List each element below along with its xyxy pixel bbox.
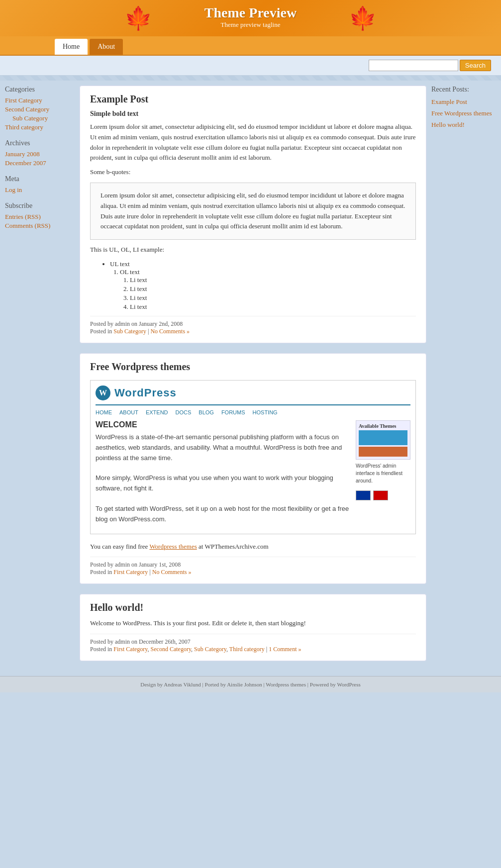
recent-post-link-2[interactable]: Free Wordpress themes [431, 109, 496, 118]
meta-section: Meta Log in [5, 175, 75, 194]
category-link-second[interactable]: Second Category [5, 105, 75, 114]
footer-text: Design by Andreas Viklund | Ported by Ai… [5, 681, 496, 687]
posted-in: Posted in First Category | No Comments » [90, 569, 416, 576]
list-item[interactable]: Example Post [431, 97, 496, 106]
site-footer: Design by Andreas Viklund | Ported by Ai… [0, 676, 501, 692]
navigation: Home About [0, 36, 501, 56]
recent-post-link-1[interactable]: Example Post [431, 97, 496, 106]
category-link-third[interactable]: Third category [5, 123, 75, 132]
rss-entries-link[interactable]: Entries (RSS) [5, 212, 75, 221]
flag-icon-2 [373, 490, 388, 500]
recent-post-link-3[interactable]: Hello world! [431, 120, 496, 129]
categories-heading: Categories [5, 86, 75, 94]
categories-section: Categories First Category Second Categor… [5, 86, 75, 132]
category-link-sub[interactable]: Sub Category [12, 114, 75, 123]
list-item[interactable]: Hello world! [431, 120, 496, 129]
posted-in: Posted in First Category, Second Categor… [90, 646, 416, 653]
wp-welcome: WELCOME [96, 420, 351, 429]
archive-link-dec[interactable]: December 2007 [5, 159, 75, 168]
recent-posts-list: Example Post Free Wordpress themes Hello… [431, 97, 496, 129]
posted-by: Posted by admin on January 1st, 2008 [90, 561, 416, 569]
post-comments-link[interactable]: No Comments » [152, 569, 192, 576]
post-title: Free Wordpress themes [90, 361, 416, 373]
flag-icon-1 [356, 490, 371, 500]
post-category-link[interactable]: First Category [113, 569, 148, 576]
post-wp-themes: Free Wordpress themes WordPress HOME ABO… [80, 353, 426, 584]
page-wrapper: Categories First Category Second Categor… [0, 81, 501, 676]
posted-by: Posted by admin on January 2nd, 2008 [90, 320, 416, 328]
post-title: Example Post [90, 94, 416, 105]
wp-side-col: Available Themes WordPress' admin interf… [356, 420, 410, 529]
post-title: Hello world! [90, 602, 416, 613]
list-item: Li text [130, 285, 416, 293]
post-meta: Posted by admin on December 26th, 2007 P… [90, 634, 416, 653]
nav-link-about[interactable]: About [90, 39, 123, 55]
list-item: Li text [130, 294, 416, 302]
post-category-link[interactable]: Sub Category [113, 328, 146, 335]
post-comments-link[interactable]: 1 Comment » [269, 646, 301, 653]
posted-by: Posted by admin on December 26th, 2007 [90, 638, 416, 646]
archive-link-jan[interactable]: January 2008 [5, 150, 75, 159]
wp-nav-bar: HOME ABOUT EXTEND DOCS BLOG FORUMS HOSTI… [96, 409, 410, 415]
list-item: UL text OL text Li text Li text Li text … [110, 260, 416, 311]
search-input[interactable] [369, 60, 458, 71]
search-button[interactable]: Search [460, 60, 491, 71]
bquotes-label: Some b-quotes: [90, 167, 416, 178]
post-comments-link[interactable]: No Comments » [150, 328, 190, 335]
posted-in: Posted in Sub Category | No Comments » [90, 328, 416, 335]
list-item[interactable]: December 2007 [5, 159, 75, 168]
list-item[interactable]: First Category [5, 96, 75, 105]
list-item[interactable]: January 2008 [5, 150, 75, 159]
subscribe-list: Entries (RSS) Comments (RSS) [5, 212, 75, 230]
nav-link-home[interactable]: Home [55, 39, 88, 55]
post-body: Welcome to WordPress. This is your first… [90, 618, 416, 629]
ol-text: OL text [120, 268, 140, 276]
wp-logo-bar: WordPress [96, 386, 410, 405]
post-body: Lorem ipsum dolor sit amet, consectetur … [90, 122, 416, 163]
wp-flag-icons [356, 490, 410, 500]
list-item[interactable]: Free Wordpress themes [431, 109, 496, 118]
content-area: Example Post Simple bold text Lorem ipsu… [80, 86, 426, 671]
wp-site-name: WordPress [114, 386, 177, 399]
main-area: Example Post Simple bold text Lorem ipsu… [80, 86, 496, 671]
list-item[interactable]: Log in [5, 186, 75, 194]
wp-themes-link[interactable]: Wordpress themes [149, 543, 197, 550]
meta-login-link[interactable]: Log in [5, 186, 75, 194]
wp-content-area: WELCOME WordPress is a state-of-the-art … [96, 420, 410, 529]
list-item[interactable]: Second Category [5, 105, 75, 114]
list-item[interactable]: Third category [5, 123, 75, 132]
leaf-left-icon: 🍁 [124, 5, 152, 31]
search-bar: Search [0, 56, 501, 76]
post-cat-link-3[interactable]: Sub Category [194, 646, 226, 653]
ul-text: UL text [110, 260, 130, 268]
categories-list: First Category Second Category Sub Categ… [5, 96, 75, 132]
theme-preview-blue [359, 430, 407, 445]
site-tagline: Theme preview tagline [0, 21, 501, 29]
wordpress-screenshot: WordPress HOME ABOUT EXTEND DOCS BLOG FO… [90, 380, 416, 534]
post-cat-link-2[interactable]: Second Category [151, 646, 192, 653]
list-label: This is UL, OL, LI example: [90, 245, 416, 255]
wp-admin-note: WordPress' admin interface is friendlies… [356, 462, 410, 484]
right-sidebar: Recent Posts: Example Post Free Wordpres… [431, 86, 496, 671]
post-meta: Posted by admin on January 2nd, 2008 Pos… [90, 316, 416, 335]
archives-section: Archives January 2008 December 2007 [5, 139, 75, 168]
meta-heading: Meta [5, 175, 75, 183]
list-item[interactable]: Comments (RSS) [5, 221, 75, 230]
post-body-wp: You can easy find free Wordpress themes … [90, 542, 416, 552]
rss-comments-link[interactable]: Comments (RSS) [5, 221, 75, 230]
category-link-first[interactable]: First Category [5, 96, 75, 105]
wp-para2: More simply, WordPress is what you use w… [96, 473, 351, 494]
post-hello-world: Hello world! Welcome to WordPress. This … [80, 594, 426, 661]
archives-list: January 2008 December 2007 [5, 150, 75, 168]
wp-para1: WordPress is a state-of-the-art semantic… [96, 432, 351, 463]
list-item[interactable]: Sub Category [5, 114, 75, 123]
nav-item-home[interactable]: Home [55, 36, 90, 55]
post-cat-link-4[interactable]: Third category [229, 646, 265, 653]
post-cat-link-1[interactable]: First Category [113, 646, 147, 653]
wordpress-logo-icon [96, 386, 110, 400]
nav-item-about[interactable]: About [90, 36, 125, 55]
wp-theme-box: Available Themes [356, 420, 410, 460]
wp-main-col: WELCOME WordPress is a state-of-the-art … [96, 420, 351, 529]
list-item[interactable]: Entries (RSS) [5, 212, 75, 221]
post-subtitle: Simple bold text [90, 110, 416, 118]
